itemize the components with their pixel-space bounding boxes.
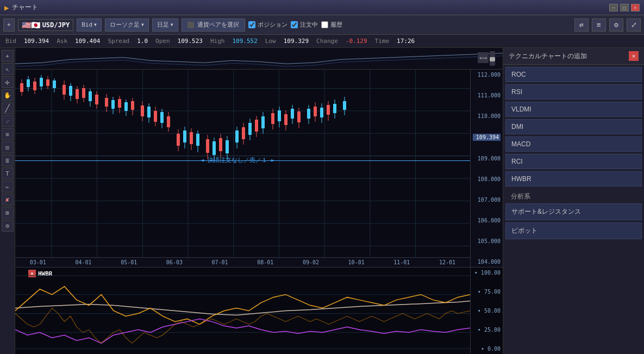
- order-check[interactable]: 注文中: [291, 21, 318, 29]
- tool-fib[interactable]: ≣: [2, 154, 14, 166]
- maximize-button[interactable]: □: [620, 4, 629, 11]
- toolbar-icon-2[interactable]: ≡: [592, 18, 606, 32]
- svg-rect-80: [242, 127, 245, 139]
- tool-trendline[interactable]: ╱: [2, 102, 14, 114]
- panel-close-button[interactable]: ×: [629, 51, 639, 61]
- expand-button[interactable]: ⤢: [627, 18, 641, 32]
- tool-pencil[interactable]: ✏: [2, 181, 14, 192]
- svg-rect-40: [95, 95, 98, 104]
- expand-chart-button[interactable]: ⟺: [478, 52, 489, 63]
- date-1001: 10-01: [348, 259, 365, 265]
- svg-rect-84: [255, 120, 258, 132]
- indicator-support-resistance[interactable]: サポート&レジスタンス: [505, 203, 642, 220]
- svg-rect-50: [131, 101, 134, 110]
- date-0301: 03-01: [30, 259, 46, 265]
- tool-text[interactable]: T: [2, 167, 14, 179]
- svg-rect-20: [27, 79, 30, 87]
- pair-select-label: 通貨ペアを選択: [197, 21, 239, 29]
- low-value: 109.329: [284, 38, 309, 45]
- price-tick-111: 111.000: [473, 92, 501, 98]
- chart-type-select[interactable]: ローソク足: [105, 18, 149, 32]
- date-0801: 08-01: [257, 259, 273, 265]
- tool-hand[interactable]: ✋: [2, 89, 14, 101]
- add-button[interactable]: +: [3, 18, 15, 32]
- timeframe-select[interactable]: 日足: [152, 18, 178, 32]
- section-label: 分析系: [505, 189, 642, 203]
- tool-ray[interactable]: ⟋: [2, 115, 14, 127]
- svg-rect-24: [40, 78, 43, 86]
- change-label: Change: [316, 38, 338, 45]
- indicator-roc[interactable]: ROC: [505, 67, 642, 82]
- toolbar-icon-1[interactable]: ⇄: [574, 18, 589, 32]
- tool-crosshair[interactable]: ✛: [2, 76, 14, 88]
- price-tick-106: 106.000: [473, 218, 501, 223]
- svg-rect-106: [333, 104, 336, 113]
- tool-box[interactable]: ⊡: [2, 141, 14, 153]
- time-value: 17:26: [397, 38, 415, 45]
- position-label: ◄ 決済注文なし／売／１ ►: [201, 156, 275, 164]
- svg-rect-98: [307, 109, 310, 119]
- indicator-macd[interactable]: MACD: [505, 136, 642, 152]
- settings-button[interactable]: ⚙: [609, 18, 623, 32]
- tool-add[interactable]: +: [2, 50, 14, 62]
- svg-rect-54: [147, 107, 151, 117]
- tool-screenshot[interactable]: ⊞: [2, 207, 14, 219]
- svg-rect-70: [206, 139, 209, 153]
- sub-tick-25: • 25.00: [473, 327, 501, 333]
- indicator-vldmi[interactable]: VLDMI: [505, 102, 642, 117]
- position-check[interactable]: ポジション: [248, 21, 287, 29]
- pair-flag: 🇺🇸🇯🇵: [22, 21, 40, 29]
- chart-container[interactable]: ⟺: [15, 48, 503, 354]
- sub-tick-0: • 0.00: [473, 346, 501, 352]
- sub-tick-50: • 50.00: [473, 308, 501, 314]
- indicator-list: ROC RSI VLDMI DMI MACD RCI HWBR 分析系 サポート…: [503, 65, 644, 354]
- svg-rect-60: [167, 116, 170, 127]
- price-tick-107: 107.000: [473, 197, 501, 203]
- spread-value: 1.0: [137, 38, 148, 45]
- indicator-dmi[interactable]: DMI: [505, 119, 642, 134]
- price-tick-112: 112.000: [473, 72, 501, 78]
- svg-rect-88: [271, 113, 274, 124]
- left-sidebar: + ↖ ✛ ✋ ╱ ⟋ ≡ ⊡ ≣ T ✏ ✘ ⊞ ⚙: [0, 48, 15, 354]
- bid-label: Bid: [5, 38, 16, 45]
- svg-rect-62: [177, 134, 180, 146]
- svg-rect-38: [89, 91, 92, 101]
- history-check[interactable]: 履歴: [321, 21, 342, 29]
- svg-rect-68: [196, 134, 199, 146]
- spread-label: Spread: [108, 38, 129, 45]
- svg-rect-96: [297, 111, 301, 122]
- window-controls: — □ ×: [609, 4, 640, 11]
- ask-label: Ask: [57, 38, 67, 45]
- app-icon: ▶: [4, 3, 9, 12]
- pair-select-button[interactable]: 通貨ペアを選択: [182, 18, 245, 32]
- sub-price-axis: • 100.00 • 75.00 • 50.00 • 25.00 • 0.00: [470, 268, 503, 354]
- indicator-hwbr[interactable]: HWBR: [505, 171, 642, 187]
- price-type-select[interactable]: Bid: [77, 18, 102, 32]
- tool-settings2[interactable]: ⚙: [2, 220, 14, 232]
- svg-rect-74: [219, 138, 222, 151]
- overview-svg: [15, 48, 503, 69]
- price-tick-108: 108.000: [473, 176, 501, 182]
- svg-rect-26: [46, 79, 49, 86]
- date-0902: 09-02: [303, 259, 319, 265]
- sub-chart[interactable]: × HWBR • 100.00: [15, 267, 503, 354]
- main-chart[interactable]: 112.000 111.000 110.000 109.394 109.000 …: [15, 70, 503, 267]
- panel-header: テクニカルチャートの追加 ×: [503, 48, 644, 65]
- svg-rect-18: [20, 83, 23, 92]
- tool-erase[interactable]: ✘: [2, 194, 14, 206]
- bid-value: 109.394: [24, 38, 49, 45]
- indicator-rci[interactable]: RCI: [505, 154, 642, 169]
- svg-rect-46: [118, 99, 121, 108]
- date-1101: 11-01: [393, 259, 410, 265]
- open-value: 109.523: [178, 38, 203, 45]
- overview-bar[interactable]: ⟺: [15, 48, 503, 70]
- tool-hline[interactable]: ≡: [2, 128, 14, 140]
- close-button[interactable]: ×: [631, 4, 640, 11]
- price-tick-110: 110.000: [473, 113, 501, 119]
- indicator-rsi[interactable]: RSI: [505, 84, 642, 100]
- tool-cursor[interactable]: ↖: [2, 63, 14, 75]
- indicator-pivot[interactable]: ピボット: [505, 222, 642, 239]
- minimize-button[interactable]: —: [609, 4, 618, 11]
- high-value: 109.552: [232, 38, 257, 45]
- date-0501: 05-01: [121, 259, 137, 265]
